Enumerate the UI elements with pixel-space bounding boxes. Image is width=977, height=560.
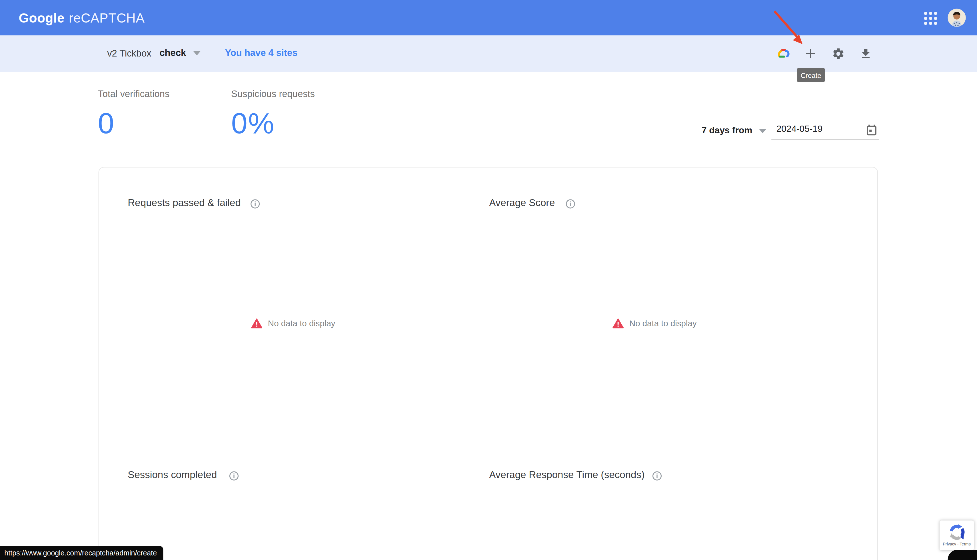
add-icon (803, 46, 818, 61)
panel-title-average-score: Average Score (489, 197, 555, 208)
info-button[interactable] (229, 471, 239, 481)
calendar-button[interactable] (866, 124, 878, 137)
apps-launcher-button[interactable] (921, 9, 940, 27)
stat-total-verifications: Total verifications 0 (98, 88, 169, 138)
stat-value: 0 (98, 108, 169, 138)
warning-icon (251, 318, 262, 329)
date-range-value: 7 days from (702, 125, 753, 135)
create-site-button[interactable] (799, 42, 822, 65)
empty-state-average-score: No data to display (612, 318, 697, 329)
empty-state-text: No data to display (629, 319, 697, 328)
download-button[interactable] (854, 42, 877, 65)
settings-button[interactable] (827, 42, 849, 65)
warning-icon (612, 318, 624, 329)
metrics-card: Requests passed & failed No data to disp… (99, 167, 878, 560)
settings-icon (831, 47, 845, 60)
black-corner-shape (948, 550, 977, 560)
download-icon (859, 47, 872, 60)
panel-title-requests: Requests passed & failed (128, 197, 241, 208)
link-status-tooltip: https://www.google.com/recaptcha/admin/c… (0, 546, 163, 560)
info-icon (565, 199, 575, 209)
info-button[interactable] (250, 199, 261, 209)
site-selector-value: check (159, 47, 186, 58)
avatar-photo (948, 9, 965, 27)
date-input[interactable] (776, 124, 858, 134)
stat-suspicious-requests: Suspicious requests 0% (231, 88, 315, 138)
recaptcha-wordmark: reCAPTCHA (69, 10, 145, 25)
recaptcha-logo-icon (948, 523, 965, 541)
empty-state-requests: No data to display (251, 318, 335, 329)
recaptcha-admin-page: Google reCAPTCHA v2 Tickbox check (0, 0, 977, 560)
empty-state-text: No data to display (268, 319, 335, 328)
info-button[interactable] (652, 471, 662, 481)
user-avatar[interactable] (948, 9, 965, 27)
date-range-dropdown[interactable]: 7 days from (702, 125, 767, 135)
info-icon (652, 471, 662, 481)
recaptcha-badge[interactable]: Privacy - Terms (940, 520, 974, 550)
panel-title-sessions: Sessions completed (128, 470, 217, 481)
apps-grid-icon (923, 12, 937, 25)
chevron-down-icon (759, 128, 766, 133)
panel-title-response-time: Average Response Time (seconds) (489, 470, 644, 481)
app-header: Google reCAPTCHA (0, 0, 977, 35)
privacy-terms-label: Privacy - Terms (943, 542, 970, 546)
sites-count-link[interactable]: You have 4 sites (225, 47, 298, 58)
site-selector-dropdown[interactable]: check (159, 47, 200, 58)
google-recaptcha-logo: Google reCAPTCHA (18, 0, 145, 35)
stat-value: 0% (231, 108, 315, 138)
site-type-label: v2 Tickbox (107, 48, 151, 58)
google-wordmark: Google (18, 10, 64, 25)
calendar-icon (866, 124, 878, 137)
google-cloud-button[interactable] (772, 42, 795, 65)
info-button[interactable] (565, 199, 575, 209)
site-toolbar: v2 Tickbox check You have 4 sites (0, 35, 977, 72)
stat-label: Total verifications (98, 88, 169, 99)
info-icon (250, 199, 261, 209)
chevron-down-icon (193, 51, 200, 55)
info-icon (229, 471, 239, 481)
create-tooltip: Create (797, 68, 825, 82)
google-cloud-icon (776, 46, 790, 61)
stat-label: Suspicious requests (231, 88, 315, 99)
date-field (771, 123, 879, 140)
